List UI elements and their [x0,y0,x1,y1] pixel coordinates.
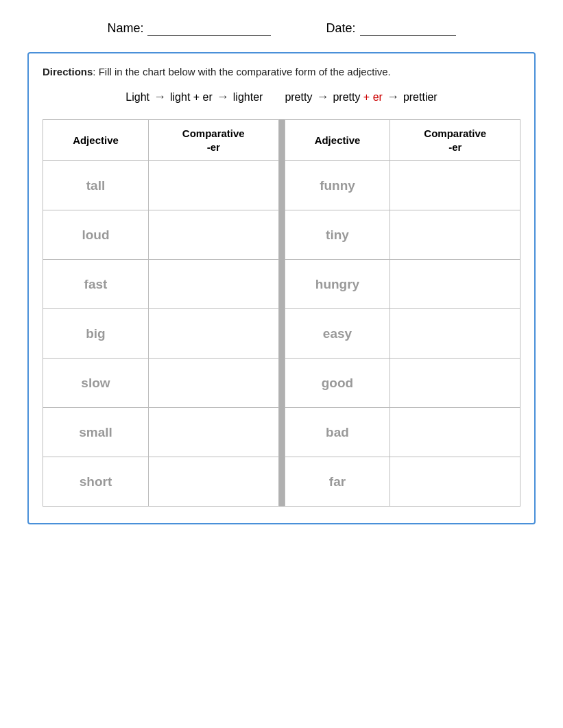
blank-cell[interactable] [390,408,520,457]
right-col2-header: Comparative-er [390,120,520,161]
example2-word: pretty [285,91,312,104]
blank-cell[interactable] [148,457,278,507]
directions-bold: Directions [43,66,93,77]
list-item: bad [285,408,390,457]
example1-step: light + er [170,91,213,104]
table-row: far [285,457,520,507]
table-row: easy [285,309,520,359]
arrow1a: → [154,90,166,104]
example1-result: lighter [233,91,263,104]
blank-cell[interactable] [390,210,520,260]
blank-cell[interactable] [390,161,520,210]
name-field: Name: [107,21,271,36]
table-row: fast [43,260,279,309]
arrow2b: → [387,90,399,104]
arrow2a: → [316,90,328,104]
example2-result: prettier [403,91,438,104]
center-divider [279,119,285,507]
table-row: good [285,359,520,408]
tables-container: Adjective Comparative-er tall loud fast … [43,119,520,507]
list-item: funny [285,161,390,210]
table-row: big [43,309,279,359]
arrow1b: → [217,90,229,104]
list-item: fast [43,260,149,309]
table-row: tiny [285,210,520,260]
list-item: slow [43,359,149,408]
name-label: Name: [107,21,143,36]
table-row: tall [43,161,279,210]
right-header-row: Adjective Comparative-er [285,120,520,161]
list-item: tall [43,161,149,210]
date-field: Date: [326,21,455,36]
list-item: good [285,359,390,408]
left-table-body: tall loud fast big slow small short [43,161,279,507]
directions-body: : Fill in the chart below with the compa… [93,66,390,77]
list-item: small [43,408,149,457]
blank-cell[interactable] [148,210,278,260]
example-row: Light → light + er → lighter pretty → pr… [43,90,520,104]
blank-cell[interactable] [390,260,520,309]
blank-cell[interactable] [148,309,278,359]
list-item: easy [285,309,390,359]
blank-cell[interactable] [148,359,278,408]
right-table: Adjective Comparative-er funny tiny hung… [285,119,521,507]
directions-box: Directions: Fill in the chart below with… [27,52,536,524]
blank-cell[interactable] [148,161,278,210]
list-item: short [43,457,149,507]
table-row: hungry [285,260,520,309]
right-col1-header: Adjective [285,120,390,161]
table-row: bad [285,408,520,457]
directions-text: Directions: Fill in the chart below with… [43,66,520,77]
example2-red: + er [360,91,382,103]
list-item: far [285,457,390,507]
list-item: loud [43,210,149,260]
example2-step: pretty + er [333,91,382,104]
left-header-row: Adjective Comparative-er [43,120,279,161]
date-label: Date: [326,21,355,36]
table-row: short [43,457,279,507]
table-row: loud [43,210,279,260]
blank-cell[interactable] [390,309,520,359]
date-underline [360,21,456,36]
left-col2-header: Comparative-er [148,120,278,161]
name-underline [147,21,271,36]
table-row: small [43,408,279,457]
left-table: Adjective Comparative-er tall loud fast … [43,119,279,507]
example1-word: Light [125,91,149,104]
left-col1-header: Adjective [43,120,149,161]
table-row: funny [285,161,520,210]
blank-cell[interactable] [148,408,278,457]
list-item: hungry [285,260,390,309]
right-table-body: funny tiny hungry easy good bad far [285,161,520,507]
list-item: big [43,309,149,359]
blank-cell[interactable] [148,260,278,309]
blank-cell[interactable] [390,359,520,408]
table-row: slow [43,359,279,408]
blank-cell[interactable] [390,457,520,507]
list-item: tiny [285,210,390,260]
header: Name: Date: [27,21,536,36]
